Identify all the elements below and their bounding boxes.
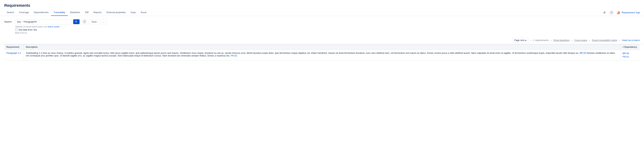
- search-icon: 🔍: [75, 20, 78, 23]
- search-row: Search: 🔍 ? Save ...: [4, 19, 640, 25]
- search-syntax-link[interactable]: search syntax.: [48, 26, 60, 28]
- toolbar-separator-4: –: [589, 39, 590, 42]
- question-circle-icon: ?: [83, 20, 86, 23]
- more-icon: ...: [102, 20, 105, 23]
- cross-space-link[interactable]: Cross-space: [574, 39, 587, 42]
- page-size-button[interactable]: Page size: [512, 38, 528, 43]
- description-link[interactable]: BR-04: [580, 52, 586, 54]
- tab-excel[interactable]: Excel: [138, 9, 149, 16]
- description-link[interactable]: FN-01: [231, 54, 237, 57]
- tab-baselines[interactable]: Baselines: [68, 9, 82, 16]
- table-container: Requirement Description < Dependency Par…: [0, 44, 644, 60]
- col-description: Description: [24, 44, 620, 50]
- search-help-button[interactable]: ?: [81, 19, 88, 25]
- col-requirement: Requirement: [4, 44, 24, 50]
- toolbar-separator-5: –: [619, 39, 620, 42]
- toolbar-separator-1: –: [530, 39, 531, 42]
- nav-bar: SearchCoverageDependenciesTraceabilityBa…: [0, 9, 644, 16]
- toolbar-summary: 1 requirements: [533, 39, 549, 42]
- insert-macro-link[interactable]: Insert as a macro: [622, 39, 640, 42]
- dependency-link[interactable]: BR-04: [622, 52, 638, 55]
- save-button[interactable]: Save: [90, 19, 99, 24]
- table-row: Paragraph 1.2Subheading 1.2 Duis ac risu…: [4, 50, 640, 60]
- page-title: Requirements: [0, 0, 644, 9]
- jira-checkbox-label[interactable]: Get data from Jira: [18, 28, 37, 31]
- search-area: Search: 🔍 ? Save ... Optional. A normal …: [0, 16, 644, 36]
- gear-icon: ⚙: [603, 11, 606, 14]
- dependency-cell: BR-04FN-01: [620, 50, 640, 60]
- search-button[interactable]: 🔍: [73, 19, 80, 24]
- toolbar-separator-2: –: [550, 39, 552, 42]
- built-text: Built in 64 ms.: [15, 32, 640, 34]
- toolbar-row: Page size – 1 requirements – Show baseli…: [0, 36, 644, 44]
- more-button[interactable]: ...: [100, 19, 107, 24]
- tab-keys[interactable]: Keys: [128, 9, 138, 16]
- brand-icon: ⛵: [616, 11, 620, 15]
- search-label: Search:: [4, 20, 14, 23]
- tab-traceability[interactable]: Traceability: [51, 9, 68, 16]
- requirements-table: Requirement Description < Dependency Par…: [4, 44, 640, 60]
- help-button[interactable]: ?: [609, 10, 614, 15]
- nav-icons: ⚙ ? ⛵ Requirement Yogi: [602, 10, 640, 15]
- page-size-label: Page size: [514, 39, 524, 42]
- dependency-link[interactable]: FN-01: [622, 55, 638, 58]
- tab-dependencies[interactable]: Dependencies: [32, 9, 51, 16]
- requirement-cell: Paragraph 1.2: [4, 50, 24, 60]
- brand-name: Requirement Yogi: [622, 11, 640, 14]
- tab-diff[interactable]: Diff: [82, 9, 91, 16]
- table-header: Requirement Description < Dependency: [4, 44, 640, 50]
- export-matrix-link[interactable]: Export traceability matrix: [592, 39, 617, 42]
- toolbar-separator-3: –: [571, 39, 572, 42]
- chevron-down-icon: [525, 39, 527, 41]
- gear-button[interactable]: ⚙: [602, 10, 606, 15]
- tab-reports[interactable]: Reports: [91, 9, 104, 16]
- description-cell: Subheading 1.2 Duis ac risus massa. Cura…: [24, 50, 620, 60]
- search-hint: Optional. A normal search query, see sea…: [15, 26, 640, 28]
- jira-checkbox-row: Get data from Jira: [15, 28, 640, 31]
- show-baselines-link[interactable]: Show baselines: [554, 39, 570, 42]
- jira-checkbox[interactable]: [15, 29, 18, 31]
- table-body: Paragraph 1.2Subheading 1.2 Duis ac risu…: [4, 50, 640, 60]
- nav-tabs: SearchCoverageDependenciesTraceabilityBa…: [4, 9, 149, 16]
- brand: ⛵ Requirement Yogi: [616, 11, 640, 15]
- tab-coverage[interactable]: Coverage: [16, 9, 31, 16]
- search-input[interactable]: [15, 19, 72, 24]
- requirement-link[interactable]: Paragraph 1.2: [6, 52, 21, 54]
- question-icon: ?: [610, 11, 613, 14]
- tab-search[interactable]: Search: [4, 9, 16, 16]
- col-dependency: < Dependency: [620, 44, 640, 50]
- tab-external-properties[interactable]: External properties: [104, 9, 128, 16]
